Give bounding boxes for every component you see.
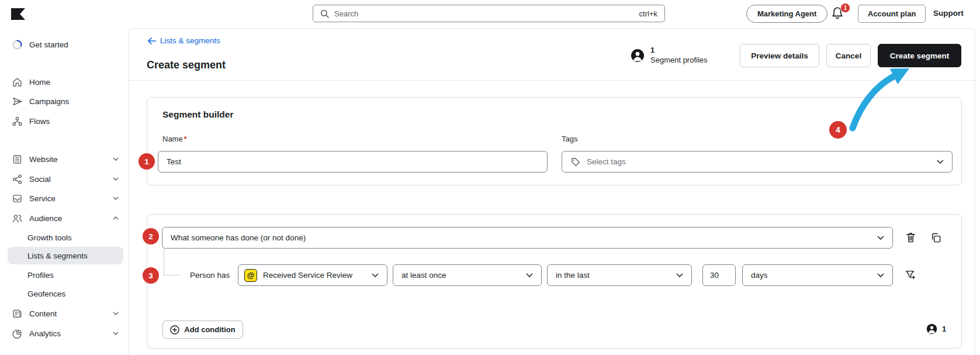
preview-details-button[interactable]: Preview details (740, 44, 819, 67)
condition-profile-count: 1 (926, 323, 946, 335)
chevron-down-icon (372, 273, 379, 277)
profile-icon (631, 49, 645, 63)
sidebar-item-flows[interactable]: Flows (12, 114, 50, 128)
sidebar-item-lists-segments[interactable]: Lists & segments (27, 249, 88, 263)
copy-icon (930, 232, 941, 243)
sidebar-item-campaigns[interactable]: Campaigns (12, 94, 69, 108)
chevron-down-icon (676, 273, 683, 277)
tags-placeholder: Select tags (587, 157, 626, 166)
chevron-down-icon (877, 236, 884, 240)
sidebar-item-home[interactable]: Home (12, 75, 50, 89)
plus-circle-icon (170, 325, 179, 335)
required-asterisk: * (184, 135, 187, 143)
content-icon (12, 308, 23, 319)
chevron-down-icon (113, 157, 119, 161)
top-bar: ctrl+k Marketing Agent 1 Account plan Su… (0, 0, 980, 28)
segment-profiles-summary: 1 Segment profiles (631, 45, 708, 65)
notification-badge: 1 (840, 3, 850, 13)
sidebar-label: Analytics (29, 329, 61, 338)
page-title: Create segment (147, 59, 226, 71)
marketing-agent-button[interactable]: Marketing Agent (746, 5, 827, 23)
account-plan-button[interactable]: Account plan (858, 5, 926, 23)
sidebar-label: Get started (29, 40, 68, 49)
profile-count-label: Segment profiles (650, 55, 708, 65)
event-value: Received Service Review (263, 271, 352, 280)
duplicate-condition-button[interactable] (930, 232, 941, 243)
chevron-down-icon (113, 197, 119, 200)
back-arrow-icon (147, 37, 156, 45)
chevron-down-icon (113, 177, 119, 181)
quantity-input[interactable] (702, 264, 736, 286)
chevron-up-icon (113, 216, 119, 220)
annotation-step-1: 1 (138, 153, 155, 170)
add-condition-label: Add condition (184, 325, 235, 334)
sidebar-item-get-started[interactable]: Get started (12, 37, 68, 51)
condition-type-value: What someone has done (or not done) (171, 233, 306, 242)
search-icon (320, 9, 329, 18)
add-condition-button[interactable]: Add condition (162, 320, 243, 339)
sidebar-label: Campaigns (29, 97, 69, 106)
notifications-button[interactable]: 1 (830, 6, 848, 23)
unit-select[interactable]: days (742, 264, 893, 286)
frequency-select[interactable]: at least once (393, 264, 542, 286)
sidebar-item-social[interactable]: Social (12, 172, 51, 186)
sidebar-item-audience[interactable]: Audience (12, 211, 62, 225)
condition-count-value: 1 (942, 325, 946, 333)
header-divider (129, 80, 975, 81)
search-shortcut: ctrl+k (639, 9, 657, 18)
chevron-down-icon (937, 160, 944, 164)
sidebar-label: Lists & segments (27, 251, 88, 260)
share-icon (12, 174, 23, 185)
search-input[interactable] (334, 9, 634, 18)
name-label-text: Name (162, 135, 183, 143)
main-panel: Lists & segments Create segment 1 Segmen… (129, 28, 975, 355)
trash-icon (905, 232, 916, 243)
filter-condition-button[interactable] (905, 269, 916, 281)
event-select[interactable]: @ Received Service Review (238, 264, 387, 286)
sidebar-label: Content (29, 309, 57, 318)
sidebar-item-growth-tools[interactable]: Growth tools (27, 230, 72, 244)
sidebar-item-content[interactable]: Content (12, 306, 57, 320)
tags-label: Tags (562, 135, 577, 143)
timeframe-select[interactable]: in the last (547, 264, 692, 286)
search-bar[interactable]: ctrl+k (313, 5, 665, 22)
sidebar-label: Home (29, 78, 50, 87)
profile-icon (926, 323, 937, 335)
delete-condition-button[interactable] (905, 232, 916, 243)
condition-connector-line (164, 249, 180, 275)
sidebar-item-service[interactable]: Service (12, 191, 56, 205)
name-label: Name* (162, 135, 187, 143)
card-title: Segment builder (162, 109, 233, 120)
cancel-button[interactable]: Cancel (826, 44, 871, 67)
sidebar-label: Website (29, 155, 58, 164)
service-review-event-icon: @ (244, 269, 257, 282)
sidebar: Get started Home Campaigns Flows Website (0, 28, 129, 355)
klaviyo-logo-icon[interactable] (11, 8, 25, 20)
sidebar-label: Flows (29, 117, 50, 126)
sidebar-item-analytics[interactable]: Analytics (12, 326, 61, 340)
sidebar-label: Geofences (27, 289, 65, 298)
home-icon (12, 77, 23, 88)
sidebar-item-profiles[interactable]: Profiles (27, 268, 54, 282)
back-to-lists-link[interactable]: Lists & segments (147, 36, 220, 45)
annotation-step-3: 3 (143, 267, 159, 284)
sidebar-label: Social (29, 175, 51, 184)
sidebar-label: Audience (29, 214, 62, 223)
segment-name-input[interactable] (158, 151, 548, 173)
chevron-down-icon (877, 273, 884, 277)
segment-builder-card: Segment builder Name* 1 Tags Select tags (147, 97, 962, 185)
tags-select[interactable]: Select tags (562, 151, 953, 173)
sidebar-item-website[interactable]: Website (12, 152, 58, 166)
support-link[interactable]: Support (933, 9, 964, 18)
back-link-label: Lists & segments (160, 36, 220, 45)
flows-icon (12, 116, 23, 127)
annotation-step-4: 4 (829, 121, 847, 139)
chevron-down-icon (526, 273, 533, 277)
condition-type-select[interactable]: What someone has done (or not done) (162, 227, 893, 249)
sidebar-label: Service (29, 194, 56, 203)
pie-chart-icon (12, 328, 23, 339)
create-segment-button[interactable]: Create segment (878, 44, 961, 67)
chevron-down-icon (113, 332, 119, 335)
sidebar-item-geofences[interactable]: Geofences (27, 287, 65, 301)
inbox-icon (12, 193, 23, 204)
